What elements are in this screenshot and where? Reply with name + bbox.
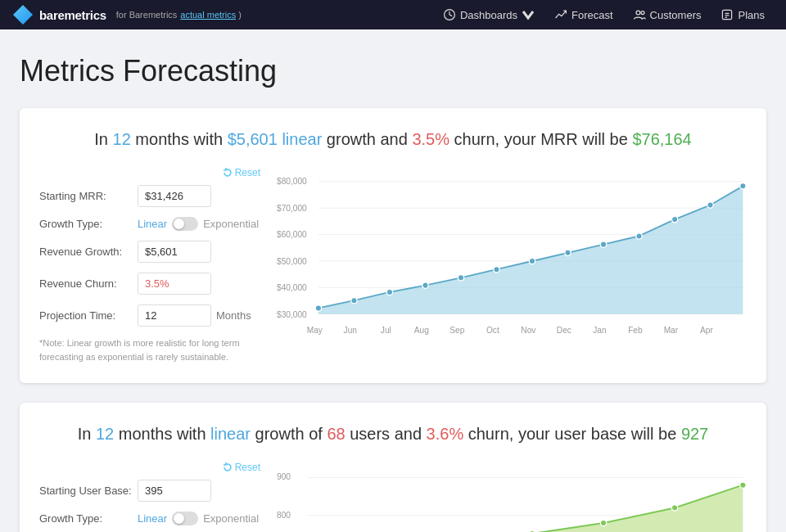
svg-point-56 (600, 520, 606, 525)
svg-text:Dec: Dec (557, 326, 571, 335)
svg-text:Jul: Jul (381, 326, 391, 335)
svg-point-1 (636, 11, 640, 15)
users-chart: 900 800 700 (277, 462, 747, 532)
nav-item-customers[interactable]: Customers (625, 5, 710, 25)
growth-type-label: Growth Type: (39, 218, 138, 230)
svg-text:Oct: Oct (486, 326, 499, 335)
dashboard-icon (443, 8, 456, 21)
svg-text:$80,000: $80,000 (277, 177, 307, 186)
nav-items: Dashboards Forecast Customers (435, 5, 773, 25)
starting-mrr-input[interactable] (138, 185, 211, 207)
plans-icon (720, 8, 734, 21)
revenue-churn-label: Revenue Churn: (39, 277, 138, 290)
users-count: 68 (327, 425, 345, 443)
revenue-growth-label: Revenue Growth: (39, 246, 138, 258)
svg-text:May: May (307, 326, 323, 335)
svg-text:Mar: Mar (664, 326, 679, 335)
users-controls: Reset Starting User Base: Growth Type: L… (39, 462, 260, 532)
users-result: 927 (681, 425, 708, 443)
svg-text:900: 900 (277, 472, 291, 481)
revenue-growth-input[interactable] (138, 241, 211, 263)
page-title: Metrics Forecasting (20, 54, 766, 88)
users-growth-type: linear (210, 425, 251, 443)
svg-text:$60,000: $60,000 (277, 230, 307, 239)
svg-text:$70,000: $70,000 (277, 204, 307, 213)
linear-label[interactable]: Linear (138, 218, 167, 230)
starting-base-input[interactable] (138, 480, 211, 502)
svg-text:Sep: Sep (449, 326, 464, 335)
brand-name: baremetrics (39, 8, 106, 22)
svg-point-25 (494, 266, 499, 272)
exponential-label[interactable]: Exponential (203, 218, 259, 230)
mrr-growth-value: $5,601 (228, 130, 278, 148)
projection-input[interactable] (138, 304, 211, 327)
mrr-controls: Reset Starting MRR: Growth Type: Linear … (39, 167, 260, 363)
users-chart-svg: 900 800 700 (277, 462, 747, 532)
svg-point-22 (386, 289, 392, 295)
svg-point-31 (707, 202, 713, 208)
logo: baremetrics (13, 5, 106, 25)
svg-rect-3 (723, 10, 732, 19)
nav-item-dashboards[interactable]: Dashboards (435, 5, 543, 25)
starting-base-row: Starting User Base: (39, 480, 260, 502)
users-headline: In 12 months with linear growth of 68 us… (39, 422, 747, 445)
svg-text:Jun: Jun (344, 326, 357, 335)
svg-point-24 (458, 275, 463, 281)
users-exponential-label[interactable]: Exponential (203, 512, 259, 525)
nav-actual-link[interactable]: actual metrics (180, 10, 236, 20)
users-growth-type-label: Growth Type: (39, 512, 138, 525)
months-label: Months (216, 309, 251, 322)
users-growth-type-row: Growth Type: Linear Exponential (39, 512, 260, 525)
customers-icon (633, 8, 646, 21)
svg-point-20 (315, 305, 321, 311)
nav-item-forecast[interactable]: Forecast (546, 5, 621, 25)
nav-for: for Baremetrics (116, 10, 178, 20)
users-reset-button[interactable]: Reset (223, 462, 260, 473)
starting-base-label: Starting User Base: (39, 485, 138, 497)
svg-point-23 (422, 282, 428, 288)
svg-point-26 (529, 258, 535, 264)
revenue-churn-input[interactable] (138, 273, 211, 295)
forecast-icon (554, 8, 567, 21)
svg-point-27 (565, 250, 571, 255)
mrr-chart: $80,000 $70,000 $60,000 $50,000 $40,000 … (277, 167, 747, 363)
growth-type-row: Growth Type: Linear Exponential (39, 217, 260, 231)
mrr-chart-svg: $80,000 $70,000 $60,000 $50,000 $40,000 … (277, 167, 747, 355)
users-toggle-knob (174, 513, 184, 524)
svg-text:$40,000: $40,000 (277, 283, 307, 292)
mrr-headline: In 12 months with $5,601 linear growth a… (39, 128, 747, 151)
svg-text:$50,000: $50,000 (277, 257, 307, 266)
mrr-card: In 12 months with $5,601 linear growth a… (20, 108, 766, 383)
users-months: 12 (96, 425, 114, 443)
svg-point-2 (641, 11, 644, 15)
svg-point-30 (671, 216, 677, 222)
toggle-knob (174, 219, 184, 229)
mrr-reset-button[interactable]: Reset (223, 167, 260, 178)
nav-actual-paren: ) (236, 10, 242, 20)
users-reset-icon (223, 462, 233, 472)
revenue-growth-row: Revenue Growth: (39, 241, 260, 263)
users-linear-label[interactable]: Linear (138, 512, 167, 525)
svg-text:Feb: Feb (628, 326, 643, 335)
svg-point-28 (600, 241, 606, 247)
svg-point-21 (351, 297, 357, 303)
users-card: In 12 months with linear growth of 68 us… (20, 403, 766, 532)
users-growth-toggle[interactable] (172, 512, 198, 525)
svg-text:$30,000: $30,000 (277, 310, 307, 319)
mrr-growth-type: linear (282, 130, 322, 148)
svg-text:Aug: Aug (414, 326, 429, 335)
nav-item-plans[interactable]: Plans (712, 5, 773, 25)
svg-point-29 (636, 233, 642, 239)
mrr-note: *Note: Linear growth is more realistic f… (39, 336, 260, 363)
users-churn: 3.6% (427, 425, 464, 443)
svg-point-32 (740, 183, 746, 189)
starting-mrr-row: Starting MRR: (39, 185, 260, 207)
growth-toggle[interactable] (172, 217, 198, 231)
reset-icon (223, 168, 233, 178)
svg-text:Nov: Nov (521, 326, 536, 335)
revenue-churn-row: Revenue Churn: (39, 273, 260, 295)
svg-marker-19 (318, 186, 743, 313)
svg-text:800: 800 (277, 511, 291, 520)
svg-point-58 (740, 482, 746, 488)
projection-label: Projection Time: (39, 309, 138, 322)
